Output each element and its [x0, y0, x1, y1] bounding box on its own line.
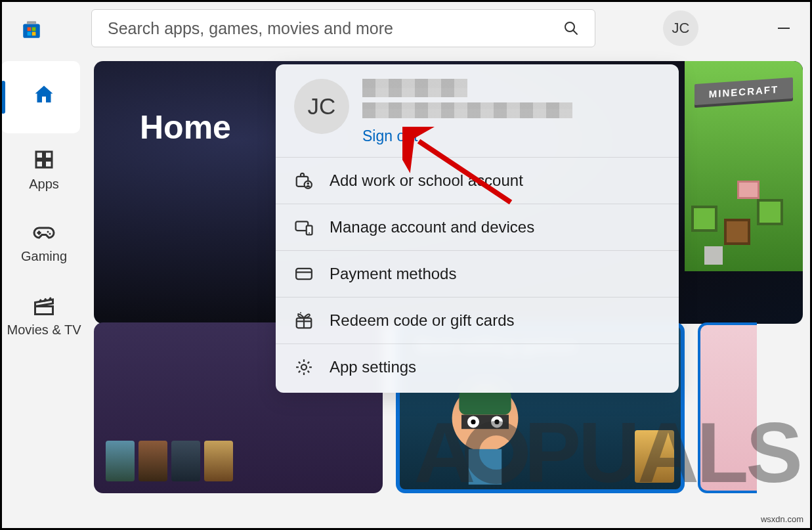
svg-rect-6 — [778, 28, 790, 29]
svg-rect-2 — [28, 32, 32, 36]
sidebar: Apps Gaming Movies & TV — [2, 55, 86, 528]
menu-label: App settings — [330, 358, 416, 376]
menu-item-add-account[interactable]: Add work or school account — [276, 157, 679, 204]
svg-point-14 — [471, 420, 475, 424]
content-card-partial[interactable] — [698, 322, 757, 493]
minecraft-logo: MINECRAFT — [694, 77, 793, 105]
movie-thumb — [106, 441, 135, 481]
sidebar-item-apps[interactable]: Apps — [5, 133, 83, 206]
menu-label: Payment methods — [330, 265, 456, 283]
movie-thumb — [204, 441, 233, 481]
top-bar: JC — [2, 2, 810, 55]
svg-point-7 — [47, 231, 49, 232]
search-input[interactable] — [108, 19, 563, 38]
svg-rect-1 — [32, 27, 36, 31]
apps-icon — [32, 148, 56, 171]
search-box[interactable] — [91, 9, 595, 47]
sidebar-item-home[interactable] — [1, 61, 80, 133]
clapperboard-icon — [32, 294, 56, 317]
svg-point-29 — [300, 312, 301, 313]
devices-icon — [294, 217, 314, 237]
account-flyout: JC Sign out Add work or school account M… — [276, 64, 679, 393]
gamepad-icon — [32, 220, 56, 244]
user-name-redacted — [362, 79, 467, 97]
flyout-header: JC Sign out — [276, 64, 679, 157]
svg-point-8 — [49, 232, 51, 234]
menu-label: Manage account and devices — [330, 218, 534, 236]
home-icon — [32, 83, 56, 106]
svg-rect-23 — [296, 269, 312, 279]
credit-card-icon — [294, 264, 314, 284]
menu-item-redeem[interactable]: Redeem code or gift cards — [276, 297, 679, 343]
menu-item-manage-account[interactable]: Manage account and devices — [276, 204, 679, 250]
menu-item-settings[interactable]: App settings — [276, 343, 679, 390]
minimize-button[interactable] — [771, 15, 797, 41]
gift-icon — [294, 311, 314, 330]
svg-point-15 — [494, 420, 499, 424]
watermark-wsxdn: wsxdn.com — [761, 514, 803, 524]
movie-thumb — [139, 441, 167, 481]
svg-rect-3 — [32, 32, 36, 36]
user-avatar-button[interactable]: JC — [663, 11, 698, 46]
sidebar-item-movies[interactable]: Movies & TV — [5, 278, 83, 353]
avatar: JC — [294, 79, 349, 134]
svg-rect-16 — [469, 449, 502, 485]
svg-rect-0 — [28, 27, 32, 31]
user-initials: JC — [672, 20, 690, 37]
featured-tile-minecraft[interactable]: MINECRAFT — [685, 61, 803, 271]
sidebar-label-gaming: Gaming — [21, 249, 67, 264]
svg-line-5 — [573, 30, 577, 34]
microsoft-store-logo-icon — [20, 18, 43, 41]
movie-thumb — [171, 441, 200, 481]
menu-item-payment[interactable]: Payment methods — [276, 250, 679, 297]
sidebar-label-apps: Apps — [29, 177, 59, 192]
sign-out-link[interactable]: Sign out — [362, 127, 417, 145]
gear-icon — [294, 357, 314, 377]
menu-label: Redeem code or gift cards — [330, 311, 514, 330]
search-icon[interactable] — [563, 20, 579, 36]
menu-label: Add work or school account — [330, 171, 523, 190]
svg-point-19 — [307, 183, 309, 185]
avatar-initials: JC — [308, 93, 336, 120]
page-title: Home — [140, 108, 231, 146]
svg-point-22 — [309, 232, 310, 234]
user-email-redacted — [362, 102, 572, 118]
sidebar-item-gaming[interactable]: Gaming — [5, 206, 83, 278]
svg-point-30 — [301, 364, 307, 370]
briefcase-user-icon — [294, 171, 314, 190]
sidebar-label-movies: Movies & TV — [7, 322, 81, 338]
svg-point-28 — [297, 313, 299, 315]
game-thumb — [635, 430, 674, 483]
